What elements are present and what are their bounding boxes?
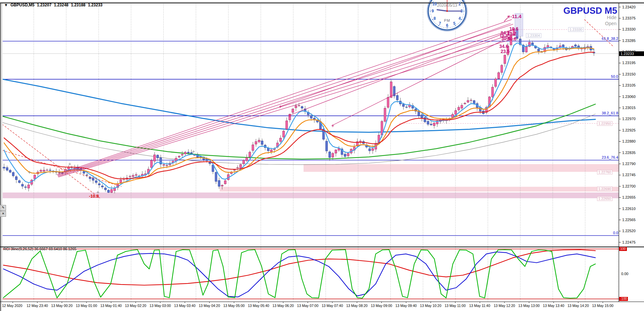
price-tick-label: 1.23420 bbox=[622, 5, 636, 9]
time-tick-label: 13 May 08:20 bbox=[346, 304, 368, 308]
time-tick-label: 13 May 05:40 bbox=[248, 304, 269, 308]
price-tick-label: 1.22655 bbox=[622, 195, 636, 199]
rci-zero-label: 0.00 bbox=[621, 272, 628, 276]
time-tick-label: 13 May 07:40 bbox=[322, 304, 343, 308]
clock-numeral: 3 bbox=[461, 9, 463, 13]
time-tick-label: 13 May 10:20 bbox=[420, 304, 441, 308]
time-tick-label: 13 May 15:00 bbox=[592, 304, 613, 308]
symbol-dropdown-arrow[interactable]: ▼ bbox=[4, 3, 8, 7]
price-tick-label: 1.22520 bbox=[622, 229, 636, 233]
clock-numeral: 8 bbox=[433, 16, 436, 21]
symbol-period-label: GBPUSD,M5 bbox=[10, 3, 34, 7]
object-price-tag: 1.23330 bbox=[568, 27, 584, 32]
measurement-label: -10.8 bbox=[89, 194, 99, 199]
clock-numeral: 5 bbox=[453, 21, 455, 26]
chart-window: ▼ GBPUSD,M5 1.23207 1.23248 1.23188 1.23… bbox=[0, 0, 644, 311]
price-tick-label: 1.23195 bbox=[622, 61, 636, 65]
time-tick-label: 13 May 09:40 bbox=[395, 304, 417, 308]
clock-numeral: 2 bbox=[459, 2, 461, 6]
object-price-tag: 1.22950 bbox=[597, 121, 612, 126]
time-tick-label: 13 May 03:40 bbox=[174, 304, 196, 308]
ohlc-low: 1.23188 bbox=[71, 3, 85, 7]
time-tick-label: 13 May 05:00 bbox=[223, 304, 245, 308]
clock-numeral: 11 bbox=[438, 0, 442, 1]
object-price-tag: 1.23304 bbox=[526, 33, 541, 38]
price-tick-label: 1.23105 bbox=[622, 83, 636, 87]
hide-button[interactable]: Hide bbox=[607, 15, 616, 20]
price-tick-label: 1.23060 bbox=[622, 95, 636, 99]
time-tick-label: 13 May 03:00 bbox=[150, 304, 171, 308]
clock-date: 2020/05/13 bbox=[437, 3, 457, 8]
clock-numeral: 10 bbox=[432, 2, 437, 6]
time-tick-label: 13 May 00:20 bbox=[51, 304, 73, 308]
measurement-label: -11.4 bbox=[510, 13, 521, 19]
price-tick-label: 1.22925 bbox=[622, 128, 636, 132]
price-tick-label: 1.23330 bbox=[622, 27, 636, 31]
price-tick-label: 1.23150 bbox=[622, 72, 636, 76]
fib-level-label: 50.0 bbox=[611, 74, 618, 79]
price-tick-label: 1.22835 bbox=[622, 151, 636, 155]
time-tick-label: 13 May 01:40 bbox=[100, 304, 122, 308]
price-tick-label: 1.22970 bbox=[622, 117, 636, 121]
time-tick-label: 13 May 02:20 bbox=[125, 304, 147, 308]
time-tick-label: 13 May 09:00 bbox=[371, 304, 392, 308]
drawing-tool-button[interactable]: ✎ bbox=[0, 205, 6, 211]
clock-numeral: 7 bbox=[439, 21, 441, 26]
price-tick-label: 1.23285 bbox=[622, 39, 636, 43]
time-tick-label: 13 May 01:00 bbox=[76, 304, 97, 308]
fib-level-label: 23.6_76.4 bbox=[602, 155, 618, 159]
price-tick-label: 1.23375 bbox=[622, 16, 636, 20]
close-object-button[interactable]: ✕ bbox=[0, 211, 6, 217]
supply-demand-zone bbox=[220, 187, 619, 192]
object-price-tag: 1.22690 bbox=[597, 187, 612, 191]
price-tick-label: 1.22475 bbox=[622, 240, 636, 244]
clock-meridiem: PM bbox=[444, 18, 450, 22]
price-tick-label: 1.22790 bbox=[622, 162, 636, 166]
price-tick-label: 1.22610 bbox=[622, 207, 636, 211]
measurement-label: 34.6 bbox=[499, 44, 508, 49]
time-tick-label: 13 May 13:00 bbox=[518, 304, 540, 308]
current-price-box: 1.23233 bbox=[619, 51, 644, 56]
ohlc-open: 1.23207 bbox=[37, 3, 51, 7]
indicator-name-label: RCI 3line(9,26,52) 36.6667 69.6410 86.12… bbox=[3, 247, 76, 251]
rci-bottom-level-badge: -100 bbox=[619, 297, 628, 301]
rci-fast-line bbox=[3, 250, 595, 298]
time-tick-label: 13 May 04:20 bbox=[199, 304, 220, 308]
fib-level-label: 0.0 bbox=[613, 231, 618, 235]
rci-top-level-badge: 100 bbox=[619, 247, 627, 251]
fib-level-label: 38.2_61.8 bbox=[602, 111, 618, 115]
object-price-tag: 1.22760 bbox=[597, 170, 612, 174]
trendline bbox=[58, 38, 517, 177]
chart-canvas[interactable] bbox=[0, 0, 644, 311]
time-tick-label: 13 May 11:40 bbox=[469, 304, 490, 308]
ohlc-high: 1.23248 bbox=[54, 3, 68, 7]
time-tick-label: 13 May 11:00 bbox=[444, 304, 466, 308]
price-tick-label: 1.22745 bbox=[622, 173, 636, 177]
clock-numeral: 4 bbox=[459, 16, 461, 21]
time-tick-label: 13 May 07:00 bbox=[297, 304, 319, 308]
subwindow-divider bbox=[0, 247, 644, 247]
measurement-label: 23.5 bbox=[500, 49, 509, 54]
dashed-trendline bbox=[2, 124, 101, 199]
ma-red bbox=[4, 52, 594, 178]
main-chart-area bbox=[2, 4, 619, 247]
time-tick-label: 13 May 13:40 bbox=[543, 304, 565, 308]
object-price-tag: 1.22650 bbox=[597, 196, 612, 201]
ohlc-header: ▼ GBPUSD,M5 1.23207 1.23248 1.23188 1.23… bbox=[4, 3, 104, 7]
trendline bbox=[57, 24, 513, 175]
rci-panel[interactable] bbox=[3, 248, 619, 302]
time-tick-label: 12 May 23:40 bbox=[26, 304, 48, 308]
time-tick-label: 12 May 2020 bbox=[2, 304, 22, 308]
supply-demand-zone bbox=[304, 164, 619, 172]
price-tick-label: 1.22700 bbox=[622, 184, 636, 188]
price-tick-label: 1.23015 bbox=[622, 106, 636, 110]
price-tick-label: 1.22565 bbox=[622, 218, 636, 222]
fib-level-label: 61.8_38.2 bbox=[602, 37, 618, 41]
time-tick-label: 13 May 14:20 bbox=[568, 304, 589, 308]
clock-numeral: 1 bbox=[453, 0, 455, 1]
time-tick-label: 13 May 06:20 bbox=[272, 304, 294, 308]
price-tick-label: 1.22880 bbox=[622, 139, 636, 143]
ohlc-close: 1.23233 bbox=[88, 3, 102, 7]
clock-numeral: 9 bbox=[432, 9, 434, 13]
open-button[interactable]: Open bbox=[605, 21, 616, 26]
